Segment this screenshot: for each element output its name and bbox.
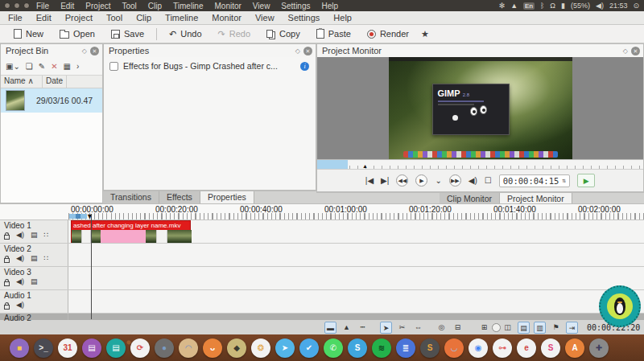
dock-icon-chrome[interactable]: ◉ [469,338,488,358]
notifications-icon[interactable]: Ω [550,2,555,10]
global-menu-item[interactable]: Settings [281,2,310,10]
global-menu-item[interactable]: Clip [148,2,162,10]
lock-track-icon[interactable] [4,258,10,263]
dock-icon-app-grid[interactable]: ≣ [396,338,415,358]
track-lane-video-2[interactable] [68,244,644,266]
markers-comments-button[interactable]: ⚑ [550,322,562,334]
global-menu-item[interactable]: Help [322,2,339,10]
dock-icon-software-updater[interactable]: ⟳ [130,338,150,358]
global-menu-item[interactable]: Tool [122,2,136,10]
dock-icon-settings-disc[interactable]: ● [155,338,174,358]
battery-icon[interactable]: ▮ [561,2,565,10]
timeline-playhead-icon[interactable]: ▼ [86,213,93,219]
view-mode-button[interactable]: ▦ [64,62,71,71]
fast-forward-button[interactable]: ▶▶ [449,174,461,187]
toolbar-overflow-button[interactable]: › [76,62,79,71]
go-to-start-button[interactable]: |◀ [365,176,374,185]
dock-icon-text-editor[interactable]: ▤ [82,338,101,358]
dock-icon-telegram[interactable]: ➤ [275,338,295,358]
float-panel-icon[interactable]: ◇ [623,47,628,55]
tab-transitions[interactable]: Transitions [103,191,159,203]
track-header-audio-2[interactable]: Audio 2 [0,314,68,320]
edit-clip-button[interactable]: ✎ [39,62,45,71]
menu-item[interactable]: Edit [36,13,52,23]
tab-properties[interactable]: Properties [200,191,254,203]
split-audio-video-button[interactable]: ◫ [502,322,514,334]
monitor-playhead-icon[interactable]: ▲ [362,163,368,169]
dock-icon-file-manager[interactable]: ■ [10,338,29,358]
global-menu-item[interactable]: Timeline [173,2,203,10]
dock-icon-twitter[interactable]: ✔ [299,338,319,358]
tab-clip-monitor[interactable]: Clip Monitor [440,193,500,204]
tab-project-monitor[interactable]: Project Monitor [500,193,572,204]
zoom-out-button[interactable]: ⊟ [452,322,464,334]
tab-effects[interactable]: Effects [159,191,200,203]
timeline-ruler[interactable]: 00:00:00:0000:00:20:0000:00:40:0000:01:0… [0,204,644,220]
zone-mode-icon[interactable]: ☐ [485,176,492,185]
close-window-button[interactable] [4,2,10,9]
dock-icon-slack[interactable]: S [541,338,560,358]
close-panel-icon[interactable]: ✕ [303,47,312,55]
timecode-spinner-icon[interactable]: ⇅ [562,177,566,184]
syncthing-icon[interactable]: ✻ [499,2,506,10]
track-header-video-1[interactable]: Video 1 ◀) ▤ ∷ [0,220,68,243]
global-menu-item[interactable]: Project [85,2,110,10]
track-header-audio-1[interactable]: Audio 1 ◀) [0,290,68,313]
dock-icon-notes[interactable]: ▤ [106,338,126,358]
insert-edit-mode-button[interactable]: ┅ [357,322,369,334]
snap-button[interactable]: ⇥ [566,322,578,334]
favorite-star-icon[interactable]: ★ [421,30,429,39]
normal-edit-mode-button[interactable]: ▬ [324,322,336,334]
create-folder-button[interactable]: ❏ [26,62,33,71]
mute-track-icon[interactable]: ◀) [16,231,24,240]
razor-tool-button[interactable]: ✂ [396,322,408,334]
track-lane-video-1[interactable]: ashed after changing layer name.mkv [68,220,644,243]
global-menu-item[interactable]: Monitor [215,2,242,10]
lock-track-icon[interactable] [4,305,10,310]
rewind-button[interactable]: ◀◀ [396,174,408,187]
lock-track-icon[interactable] [4,281,10,286]
redo-button[interactable]: ↷Redo [211,27,258,40]
go-to-end-button[interactable]: ▶| [381,176,389,185]
bin-column-date[interactable]: Date [43,76,67,88]
float-panel-icon[interactable]: ◇ [295,47,300,55]
track-lane-video-3[interactable] [68,267,644,289]
dock-icon-firefox[interactable]: ◡ [444,338,464,358]
bluetooth-icon[interactable]: ᛒ [540,2,544,10]
zoom-in-button[interactable]: ⊞ [478,322,490,334]
undo-button[interactable]: ↶Undo [162,27,209,40]
delete-clip-button[interactable]: ✕ [51,62,57,71]
dock-icon-whatsapp[interactable]: ✆ [324,338,343,358]
dock-icon-sublime-text[interactable]: S [420,338,440,358]
play-button[interactable]: ▶ [415,174,427,187]
composite-track-icon[interactable]: ∷ [43,254,48,263]
menu-item[interactable]: View [255,13,275,23]
timeline-playhead-line[interactable] [91,214,92,319]
composite-track-icon[interactable]: ∷ [43,231,48,240]
volume-icon[interactable]: ◀) [596,2,604,10]
mute-track-icon[interactable]: ◀) [16,277,24,286]
open-button[interactable]: Open [52,27,102,40]
dock-icon-skype[interactable]: S [348,338,367,358]
minimize-window-button[interactable] [14,2,20,9]
add-clip-button[interactable]: ▣⌄ [6,62,20,71]
dock-icon-color-picker[interactable]: ❂ [251,338,270,358]
spacer-tool-button[interactable]: ⇔ [412,322,424,334]
maximize-window-button[interactable] [23,2,30,9]
track-lane-audio-1[interactable] [68,290,644,313]
play-options-chevron-icon[interactable]: ⌄ [435,176,441,185]
dock-icon-software-center[interactable]: A [565,338,584,358]
audio-thumbnails-button[interactable]: ▥ [534,322,546,334]
dock-icon-terminal[interactable]: >_ [34,338,53,358]
dock-icon-calendar[interactable]: 31 [58,338,77,358]
menu-item[interactable]: Project [65,13,93,23]
info-icon[interactable]: i [300,62,309,71]
menu-item[interactable]: Monitor [212,13,242,23]
overwrite-edit-mode-button[interactable]: ▲ [341,322,353,334]
dock-icon-weather[interactable]: ◠ [179,338,198,358]
global-menu-item[interactable]: File [36,2,49,10]
dock-icon-spotify[interactable]: ≋ [372,338,391,358]
keyboard-layout-indicator[interactable]: En [523,2,535,10]
monitor-ruler[interactable]: ▲ [317,159,643,169]
dock-icon-easytag[interactable]: e [517,338,536,358]
